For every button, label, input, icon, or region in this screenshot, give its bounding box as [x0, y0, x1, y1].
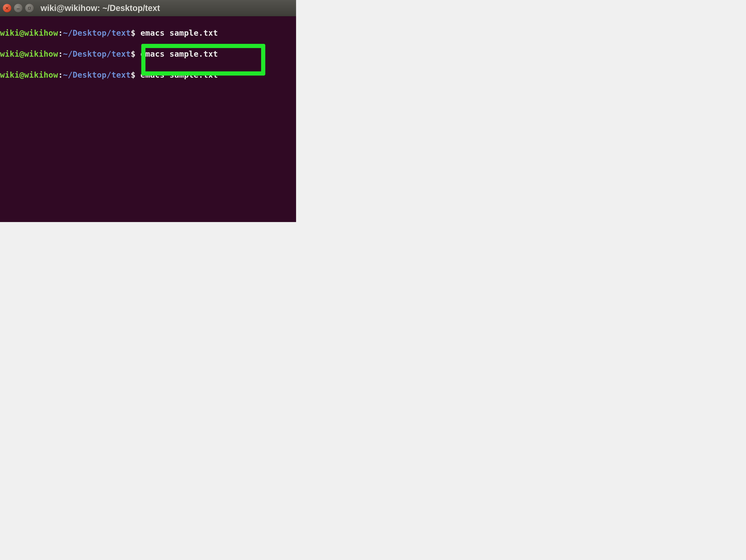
close-icon [5, 6, 9, 10]
prompt-colon: : [58, 49, 63, 59]
prompt-user: wiki@wikihow [0, 49, 58, 59]
terminal-body[interactable]: wiki@wikihow:~/Desktop/text$ emacs sampl… [0, 16, 296, 222]
prompt-symbol: $ [131, 28, 136, 37]
minimize-button[interactable] [14, 4, 22, 12]
window-title: wiki@wikihow: ~/Desktop/text [40, 3, 160, 13]
maximize-icon [27, 6, 31, 10]
prompt-symbol: $ [131, 49, 136, 59]
prompt-colon: : [58, 70, 63, 80]
command-text: emacs sample.txt [140, 49, 218, 59]
terminal-line: wiki@wikihow:~/Desktop/text$ emacs sampl… [0, 49, 296, 59]
terminal-line: wiki@wikihow:~/Desktop/text$ emacs sampl… [0, 70, 296, 80]
prompt-colon: : [58, 28, 63, 37]
prompt-user: wiki@wikihow [0, 28, 58, 37]
svg-rect-3 [28, 7, 31, 9]
command-text: emacs sample.txt [140, 28, 218, 37]
command-text: emacs sample.txt [140, 70, 218, 80]
prompt-path: ~/Desktop/text [63, 70, 131, 80]
maximize-button[interactable] [25, 4, 34, 12]
close-button[interactable] [3, 4, 11, 12]
terminal-window: wiki@wikihow: ~/Desktop/text wiki@wikiho… [0, 0, 296, 222]
titlebar: wiki@wikihow: ~/Desktop/text [0, 0, 296, 16]
prompt-user: wiki@wikihow [0, 70, 58, 80]
prompt-path: ~/Desktop/text [63, 28, 131, 37]
terminal-line: wiki@wikihow:~/Desktop/text$ emacs sampl… [0, 28, 296, 38]
prompt-symbol: $ [131, 70, 136, 80]
prompt-path: ~/Desktop/text [63, 49, 131, 59]
minimize-icon [16, 6, 20, 10]
